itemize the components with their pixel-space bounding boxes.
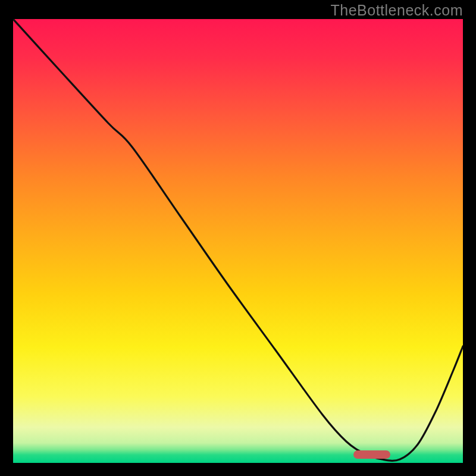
plot-area <box>13 19 463 463</box>
watermark-text: TheBottleneck.com <box>331 2 464 19</box>
heatmap-gradient-background <box>13 19 463 463</box>
chart-frame: TheBottleneck.com <box>0 0 476 476</box>
optimal-range-marker <box>353 450 390 459</box>
